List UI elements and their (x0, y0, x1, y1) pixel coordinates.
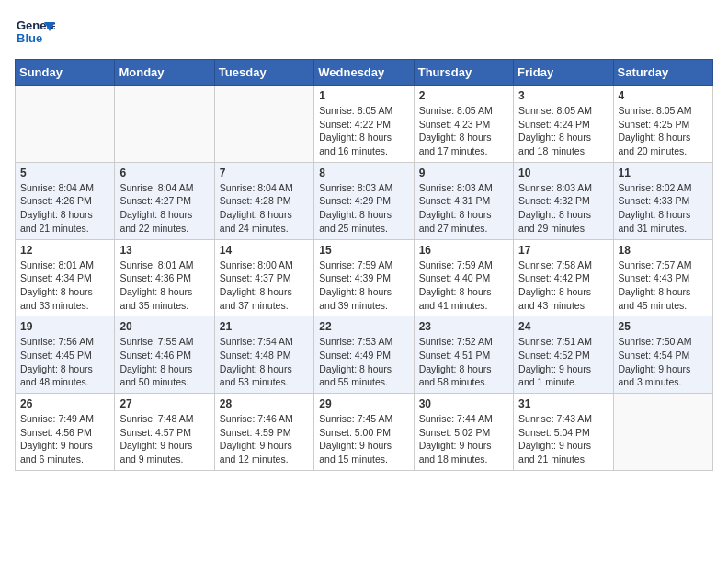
day-number: 31 (518, 397, 608, 410)
day-info: Sunrise: 7:43 AM Sunset: 5:04 PM Dayligh… (518, 412, 608, 466)
day-info: Sunrise: 7:56 AM Sunset: 4:45 PM Dayligh… (20, 335, 109, 389)
day-number: 30 (419, 397, 508, 410)
calendar-cell: 22Sunrise: 7:53 AM Sunset: 4:49 PM Dayli… (314, 316, 414, 394)
day-info: Sunrise: 8:05 AM Sunset: 4:25 PM Dayligh… (619, 104, 708, 158)
day-info: Sunrise: 7:54 AM Sunset: 4:48 PM Dayligh… (220, 335, 309, 389)
day-number: 14 (220, 244, 309, 257)
day-info: Sunrise: 8:03 AM Sunset: 4:29 PM Dayligh… (319, 181, 408, 236)
calendar-cell: 24Sunrise: 7:51 AM Sunset: 4:52 PM Dayli… (514, 316, 613, 394)
day-number: 17 (518, 244, 608, 257)
day-info: Sunrise: 7:59 AM Sunset: 4:39 PM Dayligh… (319, 259, 408, 313)
calendar-cell: 29Sunrise: 7:45 AM Sunset: 5:00 PM Dayli… (314, 394, 414, 471)
calendar-table: SundayMondayTuesdayWednesdayThursdayFrid… (15, 59, 713, 471)
calendar-cell: 20Sunrise: 7:55 AM Sunset: 4:46 PM Dayli… (115, 316, 214, 394)
calendar-cell: 12Sunrise: 8:01 AM Sunset: 4:34 PM Dayli… (16, 239, 115, 316)
calendar-cell: 7Sunrise: 8:04 AM Sunset: 4:28 PM Daylig… (214, 162, 313, 239)
calendar-cell: 6Sunrise: 8:04 AM Sunset: 4:27 PM Daylig… (115, 162, 214, 239)
calendar-cell: 18Sunrise: 7:57 AM Sunset: 4:43 PM Dayli… (613, 239, 712, 316)
day-number: 22 (319, 320, 408, 333)
day-info: Sunrise: 8:02 AM Sunset: 4:33 PM Dayligh… (619, 181, 708, 236)
day-info: Sunrise: 7:52 AM Sunset: 4:51 PM Dayligh… (419, 335, 508, 389)
day-info: Sunrise: 7:50 AM Sunset: 4:54 PM Dayligh… (619, 335, 708, 389)
day-number: 20 (119, 320, 209, 333)
day-number: 2 (419, 89, 508, 102)
day-number: 4 (619, 89, 708, 102)
day-number: 7 (220, 167, 309, 179)
logo: General Blue (15, 15, 55, 52)
day-info: Sunrise: 7:46 AM Sunset: 4:59 PM Dayligh… (220, 412, 309, 466)
day-number: 9 (419, 167, 508, 179)
calendar-cell: 3Sunrise: 8:05 AM Sunset: 4:24 PM Daylig… (514, 86, 613, 163)
calendar-cell: 2Sunrise: 8:05 AM Sunset: 4:23 PM Daylig… (414, 86, 513, 163)
day-info: Sunrise: 7:53 AM Sunset: 4:49 PM Dayligh… (319, 335, 408, 389)
day-info: Sunrise: 8:05 AM Sunset: 4:24 PM Dayligh… (518, 104, 608, 158)
calendar-cell (16, 86, 115, 163)
day-number: 28 (220, 397, 309, 410)
weekday-header-tuesday: Tuesday (214, 60, 313, 86)
page-header: General Blue (15, 15, 713, 52)
calendar-cell (115, 86, 214, 163)
day-number: 27 (119, 397, 209, 410)
day-info: Sunrise: 8:05 AM Sunset: 4:22 PM Dayligh… (319, 104, 408, 158)
day-info: Sunrise: 8:01 AM Sunset: 4:36 PM Dayligh… (119, 259, 209, 313)
day-number: 25 (619, 320, 708, 333)
day-number: 3 (518, 89, 608, 102)
day-number: 11 (619, 167, 708, 179)
calendar-cell: 8Sunrise: 8:03 AM Sunset: 4:29 PM Daylig… (314, 162, 414, 239)
day-number: 18 (619, 244, 708, 257)
day-info: Sunrise: 7:59 AM Sunset: 4:40 PM Dayligh… (419, 259, 508, 313)
logo-icon: General Blue (15, 15, 55, 52)
weekday-header-friday: Friday (514, 60, 613, 86)
day-info: Sunrise: 7:44 AM Sunset: 5:02 PM Dayligh… (419, 412, 508, 466)
day-info: Sunrise: 7:57 AM Sunset: 4:43 PM Dayligh… (619, 259, 708, 313)
day-number: 29 (319, 397, 408, 410)
calendar-cell: 25Sunrise: 7:50 AM Sunset: 4:54 PM Dayli… (613, 316, 712, 394)
calendar-cell: 26Sunrise: 7:49 AM Sunset: 4:56 PM Dayli… (16, 394, 115, 471)
day-info: Sunrise: 7:45 AM Sunset: 5:00 PM Dayligh… (319, 412, 408, 466)
calendar-cell: 23Sunrise: 7:52 AM Sunset: 4:51 PM Dayli… (414, 316, 513, 394)
calendar-cell: 14Sunrise: 8:00 AM Sunset: 4:37 PM Dayli… (214, 239, 313, 316)
day-info: Sunrise: 8:03 AM Sunset: 4:32 PM Dayligh… (518, 181, 608, 236)
day-info: Sunrise: 8:03 AM Sunset: 4:31 PM Dayligh… (419, 181, 508, 236)
day-number: 5 (20, 167, 109, 179)
day-number: 24 (518, 320, 608, 333)
calendar-cell: 5Sunrise: 8:04 AM Sunset: 4:26 PM Daylig… (16, 162, 115, 239)
day-info: Sunrise: 8:00 AM Sunset: 4:37 PM Dayligh… (220, 259, 309, 313)
weekday-header-monday: Monday (115, 60, 214, 86)
calendar-cell: 10Sunrise: 8:03 AM Sunset: 4:32 PM Dayli… (514, 162, 613, 239)
day-number: 1 (319, 89, 408, 102)
day-number: 16 (419, 244, 508, 257)
day-number: 13 (119, 244, 209, 257)
calendar-cell: 19Sunrise: 7:56 AM Sunset: 4:45 PM Dayli… (16, 316, 115, 394)
day-number: 12 (20, 244, 109, 257)
day-info: Sunrise: 8:04 AM Sunset: 4:28 PM Dayligh… (220, 181, 309, 236)
day-info: Sunrise: 8:01 AM Sunset: 4:34 PM Dayligh… (20, 259, 109, 313)
calendar-cell: 31Sunrise: 7:43 AM Sunset: 5:04 PM Dayli… (514, 394, 613, 471)
day-info: Sunrise: 7:49 AM Sunset: 4:56 PM Dayligh… (20, 412, 109, 466)
weekday-header-wednesday: Wednesday (314, 60, 414, 86)
calendar-cell: 16Sunrise: 7:59 AM Sunset: 4:40 PM Dayli… (414, 239, 513, 316)
weekday-header-sunday: Sunday (16, 60, 115, 86)
day-info: Sunrise: 7:51 AM Sunset: 4:52 PM Dayligh… (518, 335, 608, 389)
calendar-cell: 28Sunrise: 7:46 AM Sunset: 4:59 PM Dayli… (214, 394, 313, 471)
calendar-cell: 13Sunrise: 8:01 AM Sunset: 4:36 PM Dayli… (115, 239, 214, 316)
day-number: 23 (419, 320, 508, 333)
day-info: Sunrise: 8:04 AM Sunset: 4:27 PM Dayligh… (119, 181, 209, 236)
calendar-cell: 11Sunrise: 8:02 AM Sunset: 4:33 PM Dayli… (613, 162, 712, 239)
calendar-cell: 9Sunrise: 8:03 AM Sunset: 4:31 PM Daylig… (414, 162, 513, 239)
weekday-header-thursday: Thursday (414, 60, 513, 86)
calendar-cell: 30Sunrise: 7:44 AM Sunset: 5:02 PM Dayli… (414, 394, 513, 471)
calendar-cell (214, 86, 313, 163)
day-number: 15 (319, 244, 408, 257)
day-number: 10 (518, 167, 608, 179)
calendar-cell: 17Sunrise: 7:58 AM Sunset: 4:42 PM Dayli… (514, 239, 613, 316)
day-number: 19 (20, 320, 109, 333)
day-info: Sunrise: 7:48 AM Sunset: 4:57 PM Dayligh… (119, 412, 209, 466)
svg-text:Blue: Blue (17, 31, 42, 45)
calendar-cell: 1Sunrise: 8:05 AM Sunset: 4:22 PM Daylig… (314, 86, 414, 163)
calendar-cell: 15Sunrise: 7:59 AM Sunset: 4:39 PM Dayli… (314, 239, 414, 316)
day-number: 8 (319, 167, 408, 179)
day-info: Sunrise: 7:55 AM Sunset: 4:46 PM Dayligh… (119, 335, 209, 389)
day-number: 21 (220, 320, 309, 333)
calendar-cell: 4Sunrise: 8:05 AM Sunset: 4:25 PM Daylig… (613, 86, 712, 163)
